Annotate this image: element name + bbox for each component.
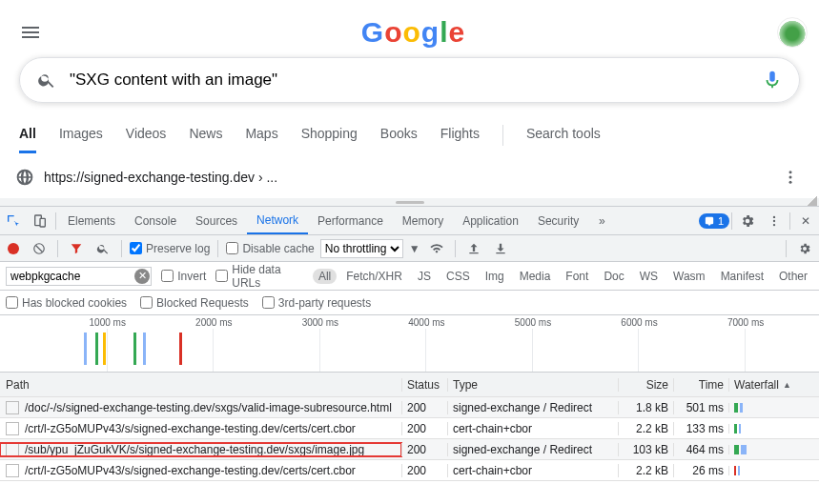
more-panels-icon[interactable]: »	[588, 207, 615, 234]
inspect-element-icon[interactable]	[0, 207, 27, 234]
throttling-select[interactable]: No throttling	[320, 239, 403, 258]
cell-size: 103 kB	[618, 443, 673, 456]
tab-books[interactable]: Books	[380, 116, 418, 153]
tab-maps[interactable]: Maps	[245, 116, 277, 153]
cell-status: 200	[401, 401, 447, 414]
hide-data-urls-checkbox[interactable]: Hide data URLs	[215, 263, 303, 290]
panel-tab-security[interactable]: Security	[528, 207, 588, 234]
tab-videos[interactable]: Videos	[126, 116, 167, 153]
request-path: /doc/-/s/signed-exchange-testing.dev/sxg…	[25, 401, 392, 414]
svg-point-6	[773, 219, 775, 221]
cell-size: 1.8 kB	[618, 401, 673, 414]
tab-shopping[interactable]: Shopping	[301, 116, 358, 153]
type-filter-all[interactable]: All	[313, 269, 337, 284]
search-icon[interactable]	[92, 238, 113, 259]
settings-gear-icon[interactable]	[734, 207, 761, 234]
type-filter-css[interactable]: CSS	[440, 269, 476, 284]
overview-tick: 3000 ms	[302, 317, 338, 328]
panel-tab-memory[interactable]: Memory	[393, 207, 453, 234]
search-tools-button[interactable]: Search tools	[526, 116, 601, 153]
network-filter-input[interactable]: ✕	[6, 267, 152, 286]
overview-tick: 4000 ms	[408, 317, 444, 328]
cell-time: 133 ms	[673, 422, 728, 435]
google-logo[interactable]: Google	[50, 16, 777, 49]
type-filter-fetchxhr[interactable]: Fetch/XHR	[340, 269, 408, 284]
tab-all[interactable]: All	[19, 116, 36, 153]
hamburger-menu-icon[interactable]	[11, 13, 50, 51]
result-url[interactable]: https://signed-exchange-testing.dev › ..…	[44, 170, 277, 185]
device-toolbar-icon[interactable]	[27, 207, 53, 234]
cell-time: 501 ms	[673, 401, 728, 414]
settings-gear-icon[interactable]	[794, 238, 815, 259]
svg-rect-4	[40, 218, 45, 227]
upload-har-icon[interactable]	[463, 238, 484, 259]
tab-news[interactable]: News	[189, 116, 222, 153]
type-filter-img[interactable]: Img	[480, 269, 510, 284]
svg-point-1	[789, 176, 792, 179]
overview-tick: 2000 ms	[195, 317, 232, 328]
panel-tab-sources[interactable]: Sources	[186, 207, 247, 234]
overview-tick: 5000 ms	[515, 317, 551, 328]
record-button[interactable]	[8, 243, 19, 254]
file-icon	[6, 464, 19, 477]
more-vert-icon[interactable]	[761, 207, 788, 234]
issues-badge[interactable]: 1	[699, 213, 729, 229]
type-filter-ws[interactable]: WS	[634, 269, 664, 284]
network-overview[interactable]: 1000 ms2000 ms3000 ms4000 ms5000 ms6000 …	[0, 315, 819, 373]
devtools-drag-handle[interactable]	[0, 198, 819, 206]
search-tabs: AllImagesVideosNewsMapsShoppingBooksFlig…	[11, 109, 808, 154]
request-path: /crt/l-zG5oMUPv43/s/signed-exchange-test…	[25, 422, 356, 435]
cell-size: 2.2 kB	[618, 464, 673, 477]
table-row[interactable]: /doc/-/s/signed-exchange-testing.dev/sxg…	[0, 397, 819, 418]
table-row[interactable]: /crt/l-zG5oMUPv43/s/signed-exchange-test…	[0, 418, 819, 439]
close-icon[interactable]: ✕	[792, 207, 819, 234]
clear-icon[interactable]	[29, 238, 50, 259]
col-waterfall[interactable]: Waterfall▲	[728, 378, 790, 392]
type-filter-other[interactable]: Other	[773, 269, 813, 284]
search-box[interactable]	[19, 57, 800, 103]
blocked-requests-checkbox[interactable]: Blocked Requests	[140, 296, 249, 310]
type-filter-js[interactable]: JS	[412, 269, 437, 284]
waterfall-cell	[728, 466, 790, 475]
avatar[interactable]	[777, 17, 808, 48]
table-header-row: Path Status Type Size Time Waterfall▲	[0, 373, 819, 397]
invert-checkbox[interactable]: Invert	[161, 270, 206, 283]
col-path[interactable]: Path	[0, 378, 401, 392]
third-party-checkbox[interactable]: 3rd-party requests	[262, 296, 371, 310]
panel-tab-performance[interactable]: Performance	[308, 207, 393, 234]
type-filter-media[interactable]: Media	[514, 269, 557, 284]
type-filter-wasm[interactable]: Wasm	[667, 269, 711, 284]
cell-size: 2.2 kB	[618, 422, 673, 435]
search-icon	[35, 69, 58, 91]
panel-tab-console[interactable]: Console	[125, 207, 186, 234]
type-filter-doc[interactable]: Doc	[598, 269, 629, 284]
file-icon	[6, 401, 19, 414]
panel-tab-elements[interactable]: Elements	[58, 207, 125, 234]
search-input[interactable]	[58, 71, 761, 90]
preserve-log-checkbox[interactable]: Preserve log	[130, 242, 210, 255]
col-size[interactable]: Size	[618, 378, 673, 392]
voice-search-icon[interactable]	[761, 69, 784, 91]
network-conditions-icon[interactable]	[426, 238, 447, 259]
panel-tab-network[interactable]: Network	[247, 207, 308, 234]
overview-tick: 6000 ms	[621, 317, 657, 328]
disable-cache-checkbox[interactable]: Disable cache	[226, 242, 314, 255]
panel-tab-application[interactable]: Application	[453, 207, 528, 234]
download-har-icon[interactable]	[490, 238, 511, 259]
cell-type: cert-chain+cbor	[447, 422, 618, 435]
type-filter-font[interactable]: Font	[560, 269, 594, 284]
more-vert-icon[interactable]	[777, 164, 804, 191]
tab-flights[interactable]: Flights	[440, 116, 480, 153]
clear-filter-icon[interactable]: ✕	[134, 269, 150, 284]
table-row[interactable]: /sub/ypu_jZuGukVK/s/signed-exchange-test…	[0, 439, 819, 460]
col-time[interactable]: Time	[673, 378, 728, 392]
tab-images[interactable]: Images	[59, 116, 103, 153]
filter-icon[interactable]	[66, 238, 87, 259]
request-path: /sub/ypu_jZuGukVK/s/signed-exchange-test…	[25, 443, 364, 456]
col-status[interactable]: Status	[401, 378, 447, 392]
waterfall-cell	[728, 424, 790, 433]
type-filter-manifest[interactable]: Manifest	[715, 269, 769, 284]
col-type[interactable]: Type	[447, 378, 618, 392]
blocked-cookies-checkbox[interactable]: Has blocked cookies	[6, 296, 127, 310]
table-row[interactable]: /crt/l-zG5oMUPv43/s/signed-exchange-test…	[0, 460, 819, 481]
